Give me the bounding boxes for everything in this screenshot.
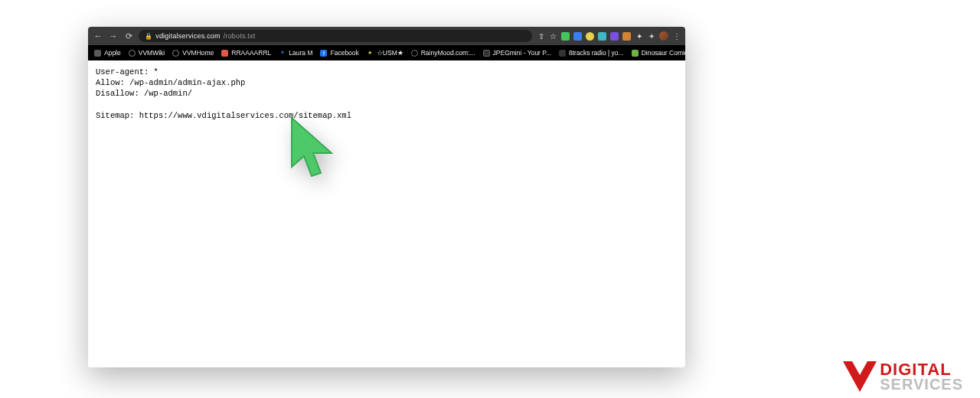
bookmarks-bar: Apple VVMWiki VVMHome RRAAAARRL ✶ Laura … (88, 45, 685, 60)
bookmark-rraaaarrl[interactable]: RRAAAARRL (221, 49, 271, 57)
bookmark-label: Facebook (330, 49, 358, 57)
bookmark-8tracks[interactable]: 8tracks radio | yo... (559, 49, 624, 57)
robots-line-2: Allow: /wp-admin/admin-ajax.php (96, 78, 245, 87)
extension-icon-3[interactable] (586, 32, 594, 41)
menu-icon[interactable]: ⋮ (672, 32, 681, 41)
site-icon (221, 50, 228, 57)
robots-line-1: User-agent: * (96, 67, 158, 77)
share-icon[interactable]: ⇪ (537, 32, 545, 41)
extensions-icon[interactable]: ✦ (647, 32, 655, 41)
twitter-icon: ✶ (279, 50, 286, 57)
bookmark-label: VVMHome (182, 49, 214, 57)
reload-button[interactable]: ⟳ (123, 31, 134, 41)
bookmark-label: Laura M (289, 49, 312, 57)
extension-icon-6[interactable] (622, 32, 631, 41)
bookmark-dinosaurcomics[interactable]: Dinosaur Comics... (632, 49, 685, 57)
bookmark-jpegmini[interactable]: JPEGmini - Your P... (483, 49, 551, 57)
bookmark-usm[interactable]: ★ ☆USM★ (367, 49, 403, 57)
back-button[interactable]: ← (93, 31, 103, 41)
robots-line-3: Disallow: /wp-admin/ (96, 89, 192, 98)
bookmark-label: 8tracks radio | yo... (569, 49, 624, 57)
robots-line-4: Sitemap: https://www.vdigitalservices.co… (96, 111, 351, 120)
brand-digital-text: DIGITAL (880, 362, 963, 377)
site-icon (559, 50, 566, 57)
url-path: /robots.txt (224, 32, 256, 40)
extension-icon-7[interactable]: ✦ (635, 32, 643, 41)
bookmark-label: RRAAAARRL (231, 49, 271, 57)
bookmark-rainymood[interactable]: RainyMood.com:... (411, 49, 475, 57)
extension-icon-2[interactable] (573, 32, 582, 41)
lock-icon: 🔒 (145, 33, 152, 40)
bookmark-label: ☆USM★ (377, 49, 403, 57)
bookmark-vvmwiki[interactable]: VVMWiki (129, 49, 165, 57)
bookmark-star-icon[interactable]: ☆ (549, 32, 557, 41)
profile-avatar-icon[interactable] (659, 31, 668, 41)
forward-button[interactable]: → (108, 31, 119, 41)
facebook-icon: f (320, 50, 327, 57)
bookmark-lauram[interactable]: ✶ Laura M (279, 49, 312, 57)
globe-icon (129, 50, 136, 57)
bookmark-label: VVMWiki (139, 49, 165, 57)
site-icon (411, 50, 418, 57)
page-content: User-agent: * Allow: /wp-admin/admin-aja… (88, 60, 685, 367)
site-icon (483, 50, 490, 57)
bookmark-label: Dinosaur Comics... (642, 49, 685, 57)
bookmark-vvmhome[interactable]: VVMHome (172, 49, 214, 57)
bookmark-apple[interactable]: Apple (94, 49, 121, 57)
address-bar[interactable]: 🔒 vdigitalservices.com/robots.txt (139, 30, 532, 42)
brand-v-icon (841, 360, 878, 393)
brand-services-text: SERVICES (880, 377, 963, 391)
extension-icon-1[interactable] (561, 32, 570, 41)
bookmark-facebook[interactable]: f Facebook (320, 49, 358, 57)
toolbar-right: ⇪ ☆ ✦ ✦ ⋮ (537, 31, 681, 41)
browser-window: ← → ⟳ 🔒 vdigitalservices.com/robots.txt … (88, 27, 685, 367)
navigation-bar: ← → ⟳ 🔒 vdigitalservices.com/robots.txt … (88, 27, 685, 45)
brand-logo: DIGITAL SERVICES (841, 360, 963, 393)
extension-icon-4[interactable] (598, 32, 606, 41)
bookmark-label: JPEGmini - Your P... (493, 49, 551, 57)
bookmark-label: RainyMood.com:... (421, 49, 475, 57)
folder-icon (94, 50, 101, 57)
extension-icon-5[interactable] (610, 32, 619, 41)
globe-icon (172, 50, 179, 57)
bookmark-label: Apple (104, 49, 121, 57)
url-host: vdigitalservices.com (155, 32, 220, 40)
star-icon: ★ (367, 50, 374, 57)
site-icon (632, 50, 639, 57)
